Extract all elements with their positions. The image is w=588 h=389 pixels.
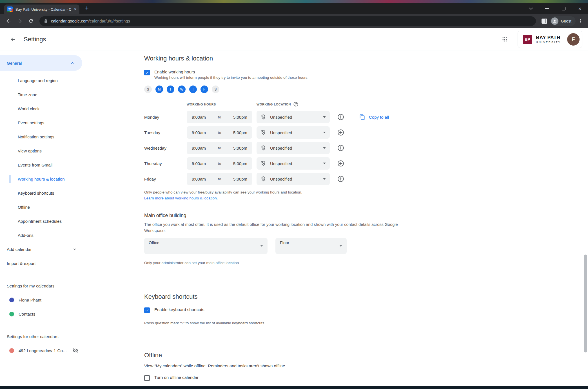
account-avatar[interactable]: F: [567, 33, 580, 46]
page-scrollbar[interactable]: [584, 255, 587, 352]
hours-range-field[interactable]: 9:00am to 5:00pm: [187, 126, 252, 139]
location-dropdown[interactable]: Unspecified: [257, 157, 330, 170]
floor-dropdown[interactable]: Floor –: [275, 238, 347, 254]
table-row: Wednesday 9:00am to 5:00pm Unspecified: [144, 142, 588, 154]
back-arrow-icon[interactable]: [6, 33, 20, 46]
main-office-section: Main office building The office you work…: [144, 213, 588, 265]
window-minimize-button[interactable]: [539, 3, 555, 14]
page-title: Settings: [24, 36, 46, 43]
floor-label: Floor: [280, 240, 342, 245]
day-chip-saturday[interactable]: S: [212, 86, 219, 93]
tab-close-icon[interactable]: ×: [74, 7, 77, 12]
google-apps-grid-icon[interactable]: [498, 33, 511, 46]
lock-icon: [44, 19, 48, 23]
sidebar-item-offline[interactable]: Offline: [10, 200, 84, 214]
refresh-icon[interactable]: [25, 15, 37, 27]
add-hours-button[interactable]: [337, 144, 345, 152]
desktop-wallpaper-strip: [0, 0, 588, 3]
new-tab-button[interactable]: +: [85, 5, 89, 12]
end-time[interactable]: 5:00pm: [233, 177, 247, 181]
sidebar-item-add-calendar[interactable]: Add calendar: [0, 242, 84, 256]
add-hours-button[interactable]: [337, 113, 345, 121]
start-time[interactable]: 9:00am: [192, 115, 206, 120]
my-calendars-header: Settings for my calendars: [0, 279, 84, 293]
to-label: to: [218, 131, 221, 135]
forward-nav-icon[interactable]: [14, 15, 25, 27]
location-dropdown[interactable]: Unspecified: [257, 111, 330, 123]
sidebar-item-calendar-contacts[interactable]: Contacts: [0, 307, 84, 321]
sidebar-item-import-export[interactable]: Import & export: [0, 256, 84, 270]
sidebar-item-keyboard-shortcuts[interactable]: Keyboard shortcuts: [10, 186, 84, 200]
start-time[interactable]: 9:00am: [192, 130, 206, 135]
location-dropdown[interactable]: Unspecified: [257, 173, 330, 185]
window-maximize-button[interactable]: [555, 3, 572, 14]
end-time[interactable]: 5:00pm: [233, 146, 247, 150]
add-hours-button[interactable]: [337, 129, 345, 136]
bay-path-logo-badge: BP: [522, 34, 533, 44]
settings-header: Settings BP BAY PATH UNIVERSITY F: [0, 28, 588, 51]
end-time[interactable]: 5:00pm: [233, 115, 247, 120]
start-time[interactable]: 9:00am: [192, 146, 206, 150]
dropdown-caret-icon: [323, 147, 326, 149]
hours-range-field[interactable]: 9:00am to 5:00pm: [187, 142, 252, 154]
copy-to-all-button[interactable]: Copy to all: [359, 114, 389, 120]
sidebar-item-time-zone[interactable]: Time zone: [10, 87, 84, 102]
sidebar-item-general[interactable]: General: [0, 55, 82, 71]
sidebar-item-working-hours-location[interactable]: Working hours & location: [10, 172, 84, 186]
end-time[interactable]: 5:00pm: [233, 161, 247, 166]
sidebar-item-language-and-region[interactable]: Language and region: [10, 73, 84, 87]
sidebar-item-event-settings[interactable]: Event settings: [10, 116, 84, 130]
turn-on-offline-calendar-label: Turn on offline calendar: [154, 375, 199, 380]
sidebar-item-calendar-fiona-phant[interactable]: Fiona Phant: [0, 293, 84, 307]
day-label: Monday: [144, 115, 187, 120]
profile-chip[interactable]: Guest: [550, 16, 576, 26]
location-dropdown[interactable]: Unspecified: [257, 142, 330, 154]
dropdown-caret-icon: [323, 163, 326, 164]
day-chip-friday[interactable]: F: [201, 86, 208, 93]
day-chip-thursday[interactable]: T: [189, 86, 197, 93]
taskbar-edge: [0, 386, 588, 389]
location-value: Unspecified: [270, 130, 292, 135]
start-time[interactable]: 9:00am: [192, 161, 206, 166]
day-chip-wednesday[interactable]: W: [178, 86, 186, 93]
start-time[interactable]: 9:00am: [192, 177, 206, 181]
learn-more-working-hours-link[interactable]: Learn more about working hours & locatio…: [144, 196, 218, 200]
add-hours-button[interactable]: [337, 175, 345, 183]
day-chip-sunday[interactable]: S: [144, 86, 152, 93]
dropdown-caret-icon: [323, 116, 326, 118]
enable-keyboard-shortcuts-checkbox[interactable]: [144, 307, 150, 313]
window-chevron-icon[interactable]: [523, 3, 539, 14]
sidebar-item-view-options[interactable]: View options: [10, 144, 84, 158]
day-chip-monday[interactable]: M: [155, 86, 163, 93]
hours-range-field[interactable]: 9:00am to 5:00pm: [187, 173, 252, 185]
sidebar-item-calendar-492-longmeadow[interactable]: 492 Longmeadow-1-Co…: [0, 343, 84, 357]
to-label: to: [218, 177, 221, 181]
url-bar[interactable]: calendar.google.com/calendar/u/0/r/setti…: [39, 16, 536, 26]
browser-toolbar: calendar.google.com/calendar/u/0/r/setti…: [0, 14, 588, 28]
hours-range-field[interactable]: 9:00am to 5:00pm: [187, 157, 252, 170]
day-chip-tuesday[interactable]: T: [167, 86, 174, 93]
working-hours-column-header: WORKING HOURS: [187, 103, 257, 106]
dropdown-caret-icon: [260, 245, 263, 247]
location-dropdown[interactable]: Unspecified: [257, 126, 330, 139]
sidebar-item-notification-settings[interactable]: Notification settings: [10, 130, 84, 144]
settings-content: Working hours & location Enable working …: [84, 51, 588, 386]
browser-tab[interactable]: 23 Bay Path University - Calendar - C ×: [4, 5, 79, 14]
hours-range-field[interactable]: 9:00am to 5:00pm: [187, 111, 252, 123]
browser-menu-icon[interactable]: [576, 15, 585, 27]
sidebar-item-world-clock[interactable]: World clock: [10, 102, 84, 116]
end-time[interactable]: 5:00pm: [233, 130, 247, 135]
window-close-button[interactable]: ×: [572, 3, 588, 14]
add-hours-button[interactable]: [337, 159, 345, 167]
enable-working-hours-checkbox[interactable]: [144, 70, 150, 75]
table-row: Friday 9:00am to 5:00pm Unspecified: [144, 173, 588, 185]
sidebar-item-appointment-schedules[interactable]: Appointment schedules: [10, 214, 84, 228]
back-nav-icon[interactable]: [3, 15, 14, 27]
turn-on-offline-calendar-checkbox[interactable]: [144, 375, 150, 381]
sidebar-item-events-from-gmail[interactable]: Events from Gmail: [10, 158, 84, 172]
help-icon[interactable]: [293, 102, 299, 107]
sidebar-item-add-ons[interactable]: Add-ons: [10, 228, 84, 242]
side-panel-icon[interactable]: [539, 15, 550, 27]
office-dropdown[interactable]: Office –: [144, 238, 268, 254]
location-off-icon: [260, 114, 266, 120]
